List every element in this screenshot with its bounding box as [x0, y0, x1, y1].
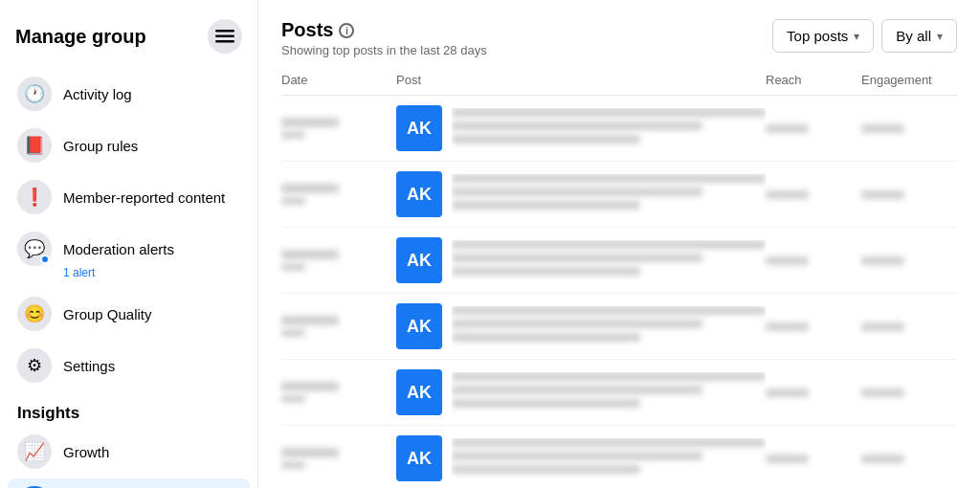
- sidebar: Manage group 🕐 Activity log 📕 Group rule…: [0, 0, 258, 488]
- nav-item-engagement[interactable]: 👍 Engagement: [8, 478, 250, 488]
- svg-rect-1: [215, 35, 234, 38]
- table-row[interactable]: AK: [281, 96, 957, 162]
- nav-item-settings[interactable]: ⚙ Settings: [8, 341, 250, 390]
- nav-item-moderation-alerts[interactable]: 💬 Moderation alerts 1 alert: [8, 224, 250, 287]
- nav-item-activity-log[interactable]: 🕐 Activity log: [8, 69, 250, 119]
- col-header-reach: Reach: [766, 73, 861, 87]
- post-text: [452, 372, 766, 412]
- post-cell: AK: [396, 369, 766, 415]
- nav-item-group-quality[interactable]: 😊 Group Quality: [8, 289, 250, 339]
- post-thumbnail: AK: [396, 303, 442, 349]
- book-icon: 📕: [17, 128, 52, 163]
- reach-cell: [766, 388, 861, 397]
- date-cell: [281, 316, 396, 337]
- reach-cell: [766, 190, 861, 199]
- sidebar-header: Manage group: [8, 15, 250, 69]
- reach-cell: [766, 256, 861, 265]
- engagement-cell: [861, 124, 957, 133]
- alert-badge: [40, 255, 50, 264]
- posts-title: Posts i: [281, 19, 487, 41]
- gear-icon: ⚙: [17, 348, 52, 383]
- engagement-cell: [861, 190, 957, 199]
- table-row[interactable]: AK: [281, 360, 957, 426]
- date-cell: [281, 118, 396, 139]
- reach-cell: [766, 455, 861, 463]
- posts-subtitle: Showing top posts in the last 28 days: [281, 43, 487, 57]
- table-row[interactable]: AK: [281, 426, 957, 488]
- table-header: Date Post Reach Engagement: [281, 73, 957, 96]
- table-row[interactable]: AK: [281, 228, 957, 294]
- post-cell: AK: [396, 435, 766, 481]
- moderation-alert-count: 1 alert: [63, 266, 95, 279]
- svg-rect-2: [215, 40, 234, 43]
- nav-item-group-rules[interactable]: 📕 Group rules: [8, 121, 250, 170]
- post-cell: AK: [396, 171, 766, 217]
- date-cell: [281, 382, 396, 403]
- nav-label-moderation-alerts: Moderation alerts: [63, 241, 240, 257]
- sidebar-title: Manage group: [15, 26, 146, 48]
- col-header-date: Date: [281, 73, 396, 87]
- reach-cell: [766, 124, 861, 133]
- nav-label-activity-log: Activity log: [63, 86, 240, 102]
- growth-icon: 📈: [17, 434, 52, 469]
- post-cell: AK: [396, 237, 766, 283]
- post-text: [452, 240, 766, 280]
- table-row[interactable]: AK: [281, 294, 957, 360]
- nav-label-group-rules: Group rules: [63, 138, 240, 154]
- post-cell: AK: [396, 105, 766, 151]
- chevron-down-icon: ▾: [854, 30, 859, 43]
- smiley-icon: 😊: [17, 297, 52, 331]
- col-header-engagement: Engagement: [861, 73, 957, 87]
- post-thumbnail: AK: [396, 105, 442, 151]
- engagement-cell: [861, 322, 957, 331]
- posts-title-group: Posts i Showing top posts in the last 28…: [281, 19, 487, 57]
- by-all-filter[interactable]: By all ▾: [881, 19, 957, 53]
- chevron-down-icon-2: ▾: [937, 30, 943, 43]
- table-row[interactable]: AK: [281, 162, 957, 228]
- main-content: Posts i Showing top posts in the last 28…: [258, 0, 980, 488]
- post-thumbnail: AK: [396, 435, 442, 481]
- nav-item-member-reported[interactable]: ❗ Member-reported content: [8, 172, 250, 222]
- nav-label-growth: Growth: [63, 444, 240, 460]
- alert-icon: ❗: [17, 180, 52, 214]
- posts-header: Posts i Showing top posts in the last 28…: [281, 19, 957, 57]
- nav-label-group-quality: Group Quality: [63, 306, 240, 322]
- reach-cell: [766, 322, 861, 331]
- post-cell: AK: [396, 303, 766, 349]
- engagement-cell: [861, 256, 957, 265]
- nav-label-settings: Settings: [63, 358, 240, 374]
- post-text: [452, 438, 766, 478]
- svg-rect-0: [215, 30, 234, 33]
- top-posts-filter[interactable]: Top posts ▾: [772, 19, 874, 53]
- clock-icon: 🕐: [17, 77, 52, 111]
- sidebar-menu-button[interactable]: [208, 19, 242, 54]
- post-text: [452, 174, 766, 214]
- post-text: [452, 306, 766, 346]
- col-header-post: Post: [396, 73, 766, 87]
- date-cell: [281, 250, 396, 271]
- insights-section-label: Insights: [8, 392, 250, 427]
- date-cell: [281, 184, 396, 205]
- posts-info-icon[interactable]: i: [339, 23, 354, 38]
- chat-icon: 💬: [17, 232, 52, 266]
- nav-label-member-reported: Member-reported content: [63, 189, 240, 206]
- post-thumbnail: AK: [396, 171, 442, 217]
- filter-group: Top posts ▾ By all ▾: [772, 19, 957, 53]
- post-thumbnail: AK: [396, 237, 442, 283]
- date-cell: [281, 448, 396, 469]
- nav-item-growth[interactable]: 📈 Growth: [8, 427, 250, 477]
- post-thumbnail: AK: [396, 369, 442, 415]
- engagement-cell: [861, 388, 957, 397]
- post-text: [452, 108, 766, 148]
- engagement-cell: [861, 455, 957, 463]
